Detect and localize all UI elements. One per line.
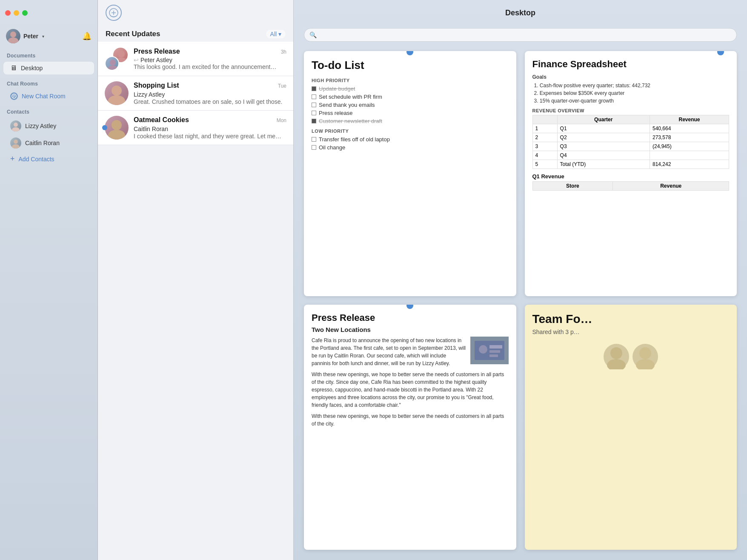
press-release-time: 3h xyxy=(281,49,286,55)
q1-revenue-table: StoreRevenue xyxy=(532,181,730,191)
shopping-list-title: Shopping List xyxy=(134,82,179,89)
fullscreen-button[interactable] xyxy=(22,10,28,16)
chat-list: Press Release 3h ↩ Peter Astley This loo… xyxy=(98,42,293,145)
svg-point-4 xyxy=(12,127,20,131)
search-bar[interactable]: 🔍 xyxy=(304,28,737,42)
notification-bell-icon[interactable]: 🔔 xyxy=(82,31,92,41)
team-folder-content: Team Fo… Shared with 3 p… xyxy=(525,305,737,550)
svg-point-5 xyxy=(14,140,18,144)
pr-subtitle: Two New Locations xyxy=(312,326,509,333)
todo-item-3: Press release xyxy=(312,110,509,116)
desktop-titlebar: Desktop xyxy=(294,0,747,26)
checkbox-1 xyxy=(312,94,316,99)
sidebar-item-desktop-label: Desktop xyxy=(21,65,43,71)
svg-point-15 xyxy=(108,95,125,105)
traffic-lights xyxy=(5,10,28,16)
shopping-list-time: Tue xyxy=(278,83,286,89)
reply-icon: ↩ xyxy=(134,57,139,63)
desktop-grid: To-do List HIGH PRIORITY Update budget S… xyxy=(294,47,747,560)
sidebar-item-lizzy[interactable]: Lizzy Astley xyxy=(3,118,94,134)
checkbox-6 xyxy=(312,145,316,150)
goal-item-0: 1. Cash-flow positive every quarter; sta… xyxy=(532,83,730,89)
chevron-down-icon: ▾ xyxy=(42,34,44,39)
chat-item-press-release[interactable]: Press Release 3h ↩ Peter Astley This loo… xyxy=(98,42,293,76)
press-release-avatar-group xyxy=(105,47,129,71)
all-filter-button[interactable]: All ▾ xyxy=(266,30,286,38)
lizzy-avatar xyxy=(10,120,21,131)
shopping-list-preview: Great. Crushed tomatoes are on sale, so … xyxy=(134,98,286,105)
todo-item-1: Set schedule with PR firm xyxy=(312,94,509,100)
pr-body-2: With these new openings, we hope to bett… xyxy=(312,371,509,409)
goal-item-1: 2. Expenses below $350K every quarter xyxy=(532,90,730,96)
revenue-table: QuarterRevenue 1Q1540,664 2Q2273,578 3Q3… xyxy=(532,115,730,169)
press-release-avatar-2 xyxy=(105,56,119,71)
q1-revenue-label: Q1 Revenue xyxy=(532,173,730,180)
svg-point-26 xyxy=(639,347,651,359)
sidebar-item-desktop[interactable]: 🖥 Desktop xyxy=(3,62,94,74)
finance-card[interactable]: Finance Spreadsheet Goals 1. Cash-flow p… xyxy=(525,51,737,296)
checkbox-2 xyxy=(312,103,316,107)
sidebar-item-lizzy-label: Lizzy Astley xyxy=(25,123,56,129)
low-priority-label: LOW PRIORITY xyxy=(312,129,509,134)
avatar xyxy=(6,29,20,43)
high-priority-label: HIGH PRIORITY xyxy=(312,78,509,83)
search-bar-row: 🔍 xyxy=(294,26,747,47)
svg-point-16 xyxy=(112,120,122,130)
svg-point-10 xyxy=(118,51,125,57)
todo-item-6: Oil change xyxy=(312,144,509,151)
chat-item-shopping-list[interactable]: Shopping List Tue Lizzy Astley Great. Cr… xyxy=(98,76,293,111)
add-contacts-button[interactable]: + Add Contacts xyxy=(3,152,94,166)
team-folder-title: Team Fo… xyxy=(532,312,730,326)
sidebar-item-caitlin[interactable]: Caitlin Roran xyxy=(3,135,94,151)
oatmeal-cookies-content: Oatmeal Cookies Mon Caitlin Roran I cook… xyxy=(134,116,286,140)
todo-item-2: Send thank you emails xyxy=(312,102,509,108)
svg-point-17 xyxy=(108,130,125,140)
finance-card-content: Finance Spreadsheet Goals 1. Cash-flow p… xyxy=(525,51,737,296)
rev-overview-label: REVENUE OVERVIEW xyxy=(532,108,730,113)
todo-item-4: Customer newsletter draft xyxy=(312,118,509,124)
press-release-content: Press Release 3h ↩ Peter Astley This loo… xyxy=(134,48,286,70)
shopping-list-content: Shopping List Tue Lizzy Astley Great. Cr… xyxy=(134,82,286,105)
press-release-sender: Peter Astley xyxy=(140,57,172,63)
titlebar xyxy=(0,0,97,26)
team-folder-card[interactable]: Team Fo… Shared with 3 p… xyxy=(525,305,737,550)
caitlin-avatar xyxy=(10,137,21,149)
svg-point-14 xyxy=(112,86,122,96)
todo-list-card[interactable]: To-do List HIGH PRIORITY Update budget S… xyxy=(304,51,516,296)
svg-point-3 xyxy=(14,123,18,127)
checkbox-4 xyxy=(312,119,316,123)
pr-body-3: With these new openings, we hope to bett… xyxy=(312,412,509,428)
chat-item-oatmeal-cookies[interactable]: Oatmeal Cookies Mon Caitlin Roran I cook… xyxy=(98,111,293,145)
minimize-button[interactable] xyxy=(14,10,19,16)
goal-item-2: 3. 15% quarter-over-quarter growth xyxy=(532,98,730,104)
svg-point-6 xyxy=(12,144,20,149)
contacts-section-label: Contacts xyxy=(0,103,97,117)
press-release-card[interactable]: Press Release Two New Locations Caf xyxy=(304,305,516,550)
sidebar-item-new-chat-room[interactable]: New Chat Room xyxy=(3,90,94,103)
chat-room-icon xyxy=(10,92,18,100)
close-button[interactable] xyxy=(5,10,11,16)
finance-card-title: Finance Spreadsheet xyxy=(532,59,730,70)
checkbox-0 xyxy=(312,86,316,91)
documents-section-label: Documents xyxy=(0,47,97,61)
recent-updates-header: Recent Updates All ▾ xyxy=(98,26,293,42)
user-profile[interactable]: Peter ▾ 🔔 xyxy=(0,26,97,47)
sidebar-item-new-chat-room-label: New Chat Room xyxy=(22,93,66,100)
pr-card-title: Press Release xyxy=(312,312,509,323)
svg-point-27 xyxy=(636,359,655,369)
team-folder-avatars xyxy=(532,344,730,369)
press-release-preview: This looks good. I am excited for the an… xyxy=(134,63,286,70)
chat-rooms-section-label: Chat Rooms xyxy=(0,75,97,89)
team-avatar-2 xyxy=(633,344,658,369)
new-chat-button[interactable] xyxy=(106,5,122,21)
sidebar-item-caitlin-label: Caitlin Roran xyxy=(25,140,60,146)
svg-point-25 xyxy=(607,359,626,369)
desktop-icon: 🖥 xyxy=(10,64,17,72)
svg-rect-23 xyxy=(489,354,498,357)
svg-point-0 xyxy=(10,31,16,37)
desktop-area: Desktop 🔍 To-do List HIGH PRIORITY Updat… xyxy=(294,0,747,560)
goals-label: Goals xyxy=(532,74,730,80)
unread-dot xyxy=(102,125,107,130)
oatmeal-cookies-time: Mon xyxy=(277,117,286,123)
team-folder-subtitle: Shared with 3 p… xyxy=(532,329,730,335)
